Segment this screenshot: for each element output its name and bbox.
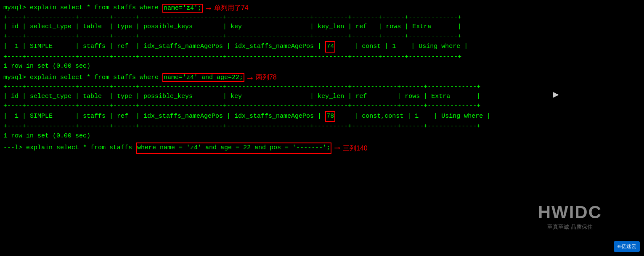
cmd1-prefix: mysql> explain select * from staffs wher… <box>3 3 162 13</box>
table-header1: | id | select_type | table | type | poss… <box>3 22 641 32</box>
watermark: HWIDC 至真至诚 品质保住 <box>538 202 602 231</box>
table-divider2a: +----+-------------+--------+------+----… <box>3 82 641 92</box>
cmd2-line: mysql> explain select * from staffs wher… <box>3 73 641 83</box>
cmd3-line: ---l> explain select * from staffs where… <box>3 143 641 154</box>
table-row2: | 1 | SIMPLE | staffs | ref | idx_staffs… <box>3 111 641 122</box>
terminal-window: mysql> explain select * from staffs wher… <box>0 0 644 256</box>
row2-post: | const,const | 1 | Using where | <box>335 112 490 121</box>
table-divider1: +----+-------------+--------+------+----… <box>3 13 641 23</box>
row2-pre: | 1 | SIMPLE | staffs | ref | idx_staffs… <box>3 112 325 121</box>
row-count2: 1 row in set (0.00 sec) <box>3 132 641 141</box>
row2-keylen: 78 <box>325 111 335 122</box>
yisu-badge[interactable]: ⊕亿速云 <box>614 241 640 252</box>
cmd1-highlight: name='z4'; <box>162 4 203 13</box>
arrow1: ⟶ <box>206 3 211 13</box>
cmd2-prefix: mysql> explain select * from staffs wher… <box>3 73 162 83</box>
cmd1-line: mysql> explain select * from staffs wher… <box>3 3 641 13</box>
table-header2: | id | select_type | table | type | poss… <box>3 92 641 102</box>
table-divider1b: +----+-------------+--------+------+----… <box>3 32 641 42</box>
annotation2: 两列78 <box>256 73 277 82</box>
table-divider2c: +----+-------------+--------+------+----… <box>3 122 641 132</box>
cmd3-prefix: ---l> explain select * from staffs <box>3 143 136 153</box>
row-count1: 1 row in set (0.00 sec) <box>3 62 641 71</box>
table-divider2b: +----+-------------+--------+------+----… <box>3 101 641 111</box>
table-divider1c: +----+-------------+--------+------+----… <box>3 53 641 62</box>
cmd3-highlight: where name = 'z4' and age = 22 and pos =… <box>136 143 331 154</box>
row1-post: | const | 1 | Using where | <box>335 42 468 52</box>
table-row1: | 1 | SIMPLE | staffs | ref | idx_staffs… <box>3 41 641 53</box>
row1-pre: | 1 | SIMPLE | staffs | ref | idx_staffs… <box>3 42 325 52</box>
hwidc-sub: 至真至诚 品质保住 <box>538 223 602 231</box>
hwidc-logo: HWIDC <box>538 202 602 222</box>
annotation1: 单列用了74 <box>214 4 249 13</box>
row1-keylen: 74 <box>325 41 335 53</box>
cursor: ⯈ <box>552 90 560 102</box>
arrow3: ⟶ <box>335 143 339 154</box>
cmd2-highlight: name='z4' and age=22; <box>162 73 244 82</box>
arrow2: ⟶ <box>248 73 252 82</box>
annotation3: 三列140 <box>343 143 368 153</box>
